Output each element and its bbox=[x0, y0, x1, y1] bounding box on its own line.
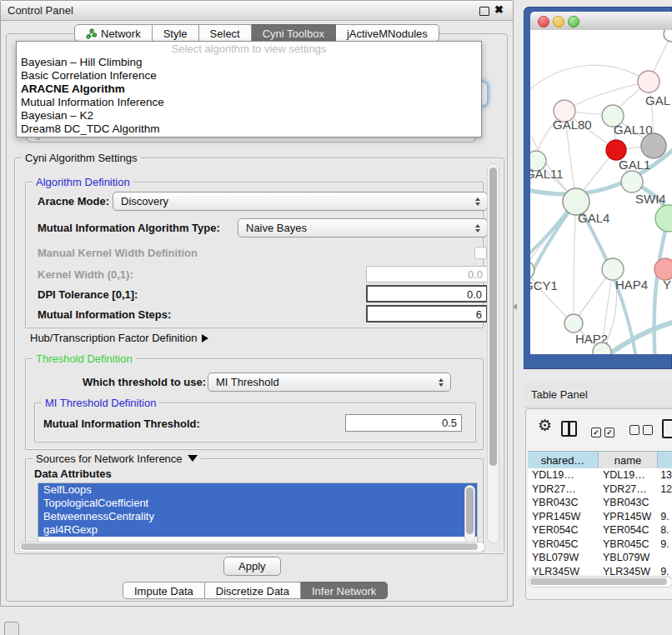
columns-icon[interactable] bbox=[561, 421, 577, 437]
network-node[interactable] bbox=[621, 171, 643, 192]
dpi-tolerance-input[interactable]: 0.0 bbox=[366, 285, 488, 302]
network-node-label: GAL4 bbox=[578, 211, 609, 225]
table-panel-titlebar: Table Panel bbox=[524, 382, 672, 408]
tab-impute-data[interactable]: Impute Data bbox=[123, 582, 205, 599]
group-title: Cyni Algorithm Settings bbox=[22, 152, 140, 164]
tab-label: Impute Data bbox=[134, 585, 193, 598]
threshold-definition-group: Threshold Definition Which threshold to … bbox=[25, 358, 484, 450]
kernel-width-input[interactable]: 0.0 bbox=[366, 266, 488, 282]
select-all-checkboxes-icon[interactable]: ✓✓ bbox=[591, 423, 618, 438]
list-vertical-scrollbar[interactable] bbox=[464, 485, 475, 543]
tab-jactivemnodules[interactable]: jActiveMNodules bbox=[336, 24, 439, 42]
algorithm-dropdown-list: Select algorithm to view settings Bayesi… bbox=[16, 41, 482, 138]
network-node[interactable] bbox=[564, 314, 583, 332]
close-icon[interactable]: ✖ bbox=[494, 3, 504, 16]
table-row[interactable]: YBR043CYBR043C bbox=[528, 496, 672, 510]
table-row[interactable]: YLR345WYLR345W9. bbox=[528, 565, 672, 576]
data-attributes-label: Data Attributes bbox=[34, 468, 112, 480]
settings-horizontal-scrollbar[interactable] bbox=[18, 542, 485, 552]
algorithm-option[interactable]: Bayesian – Hill Climbing bbox=[17, 56, 481, 69]
table-row[interactable]: YBR045CYBR045C9. bbox=[528, 538, 672, 552]
network-node[interactable] bbox=[664, 30, 672, 42]
algorithm-option[interactable]: Mutual Information Inference bbox=[17, 96, 481, 109]
table-cell: YBR045C bbox=[528, 538, 599, 552]
data-attributes-list[interactable]: SelfLoopsTopologicalCoefficientBetweenne… bbox=[38, 482, 478, 546]
tab-infer-network[interactable]: Infer Network bbox=[301, 582, 388, 599]
table-row[interactable]: YDR27…YDR27…12 bbox=[528, 482, 672, 497]
tab-label: Network bbox=[101, 28, 141, 40]
table-cell: YDR27… bbox=[599, 482, 658, 497]
mi-steps-input[interactable]: 6 bbox=[366, 305, 488, 322]
algorithm-option[interactable]: Bayesian – K2 bbox=[17, 109, 481, 122]
close-traffic-light[interactable] bbox=[538, 16, 549, 28]
column-header-partial[interactable] bbox=[658, 452, 672, 469]
data-attribute-item[interactable]: SelfLoops bbox=[38, 483, 477, 497]
network-canvas[interactable]: GALGAL80GAL10GAL1GAL11SWI4GAL4GCY1HAP4YH… bbox=[530, 30, 672, 354]
table-panel-title: Table Panel bbox=[531, 388, 588, 401]
table-panel-body: ⚙ ✓✓ shared… name YDL19…YDL19…13YDR27…YD… bbox=[525, 408, 672, 600]
tab-select[interactable]: Select bbox=[199, 24, 252, 42]
combobox-value: Naive Bayes bbox=[246, 222, 474, 234]
algorithm-option[interactable]: ARACNE Algorithm bbox=[17, 82, 481, 96]
tab-network[interactable]: Network bbox=[74, 24, 153, 42]
settings-vertical-scrollbar[interactable] bbox=[487, 163, 499, 543]
network-node[interactable] bbox=[530, 261, 534, 279]
aracne-mode-combobox[interactable]: Discovery bbox=[113, 192, 488, 211]
control-panel-window: Control Panel ✖ Network Style Select Cyn… bbox=[0, 0, 514, 607]
which-threshold-combobox[interactable]: MI Threshold bbox=[208, 372, 451, 392]
mi-algorithm-type-combobox[interactable]: Naive Bayes bbox=[238, 218, 488, 238]
table-row[interactable]: YPR145WYPR145W9. bbox=[528, 510, 672, 524]
new-table-icon[interactable] bbox=[662, 419, 672, 438]
network-view-window: GALGAL80GAL10GAL1GAL11SWI4GAL4GCY1HAP4YH… bbox=[524, 7, 672, 369]
group-title: Algorithm Definition bbox=[33, 176, 133, 188]
data-attribute-item[interactable]: gal4RGexp bbox=[38, 523, 477, 537]
network-node-label: Y bbox=[663, 278, 671, 292]
table-cell: YLR345W bbox=[528, 565, 599, 576]
table-cell: 13 bbox=[658, 468, 672, 482]
network-window-titlebar bbox=[530, 12, 672, 31]
column-header-name[interactable]: name bbox=[599, 452, 658, 469]
algorithm-option[interactable]: Basic Correlation Inference bbox=[17, 69, 481, 82]
expand-arrow-icon bbox=[202, 334, 208, 342]
tab-label: Select bbox=[210, 28, 240, 40]
table-row[interactable]: YDL19…YDL19…13 bbox=[528, 468, 672, 482]
column-header-shared-name[interactable]: shared… bbox=[528, 452, 599, 469]
group-title: Threshold Definition bbox=[33, 352, 136, 365]
table-cell: YLR345W bbox=[599, 565, 658, 576]
float-window-icon[interactable] bbox=[479, 7, 489, 16]
tab-label: Cyni Toolbox bbox=[263, 28, 324, 40]
network-node-label: GAL80 bbox=[553, 118, 592, 132]
gear-icon[interactable]: ⚙ bbox=[538, 418, 552, 433]
tab-label: Infer Network bbox=[312, 585, 376, 598]
tab-discretize-data[interactable]: Discretize Data bbox=[205, 582, 301, 599]
table-cell: YPR145W bbox=[528, 510, 599, 524]
table-cell bbox=[658, 551, 672, 565]
network-node[interactable] bbox=[638, 71, 659, 92]
sources-title[interactable]: Sources for Network Inference bbox=[36, 452, 183, 465]
network-graph: GALGAL80GAL10GAL1GAL11SWI4GAL4GCY1HAP4YH… bbox=[530, 30, 672, 354]
data-attribute-item[interactable]: BetweennessCentrality bbox=[38, 510, 477, 523]
algorithm-option[interactable]: Dream8 DC_TDC Algorithm bbox=[17, 122, 481, 136]
minimize-traffic-light[interactable] bbox=[553, 16, 564, 28]
tab-style[interactable]: Style bbox=[153, 24, 199, 42]
network-node-label: GAL10 bbox=[614, 122, 653, 137]
hub-definition-expander[interactable]: Hub/Transcription Factor Definition bbox=[30, 332, 208, 344]
stepper-arrows-icon bbox=[474, 224, 482, 232]
network-node[interactable] bbox=[655, 205, 672, 232]
deselect-all-checkboxes-icon[interactable] bbox=[629, 423, 656, 438]
mi-threshold-input[interactable]: 0.5 bbox=[345, 414, 462, 432]
apply-button[interactable]: Apply bbox=[223, 557, 281, 576]
table-row[interactable]: YER054CYER054C8. bbox=[528, 523, 672, 538]
table-horizontal-scrollbar[interactable] bbox=[528, 577, 672, 588]
network-node[interactable] bbox=[641, 133, 666, 158]
table-cell: YER054C bbox=[528, 523, 599, 538]
manual-kernel-checkbox[interactable] bbox=[474, 247, 487, 259]
zoom-traffic-light[interactable] bbox=[568, 16, 579, 28]
mi-steps-label: Mutual Information Steps: bbox=[38, 308, 171, 321]
collapsed-panel-icon[interactable] bbox=[4, 622, 19, 635]
table-cell: 9. bbox=[658, 565, 672, 576]
table-row[interactable]: YBL079WYBL079W bbox=[528, 551, 672, 565]
data-attribute-item[interactable]: TopologicalCoefficient bbox=[38, 497, 477, 510]
panel-splitter-handle[interactable] bbox=[513, 303, 519, 311]
tab-cyni-toolbox[interactable]: Cyni Toolbox bbox=[252, 24, 336, 42]
